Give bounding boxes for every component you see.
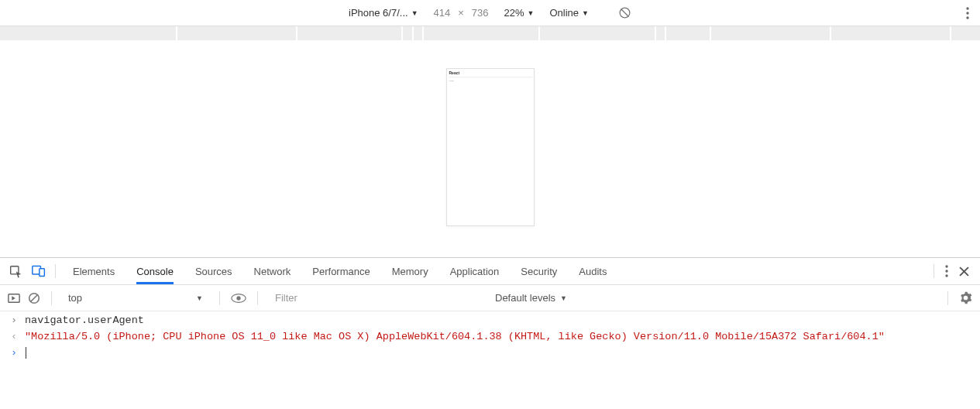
- gear-icon[interactable]: [959, 291, 972, 304]
- page-subtext: ......: [447, 77, 534, 83]
- toggle-device-icon[interactable]: [32, 265, 46, 277]
- device-height[interactable]: 736: [472, 7, 489, 19]
- more-menu-icon[interactable]: [966, 0, 969, 26]
- svg-point-3: [966, 12, 968, 14]
- chevron-down-icon: ▼: [560, 294, 567, 302]
- log-levels-value: Default levels: [495, 292, 555, 304]
- ruler-segment[interactable]: [540, 26, 655, 40]
- dimension-separator: ×: [458, 7, 464, 19]
- output-marker-icon: ‹: [8, 331, 17, 342]
- console-prompt-input[interactable]: [25, 347, 972, 359]
- device-name: iPhone 6/7/...: [349, 7, 408, 19]
- console-prompt-row[interactable]: ›: [0, 344, 980, 360]
- ruler-segment[interactable]: [414, 26, 422, 40]
- tab-console[interactable]: Console: [136, 259, 174, 284]
- chevron-down-icon: ▼: [582, 9, 589, 17]
- device-selector[interactable]: iPhone 6/7/... ▼: [349, 7, 418, 19]
- inspect-element-icon[interactable]: [9, 265, 22, 278]
- filter-input[interactable]: [269, 289, 486, 308]
- throttling-selector[interactable]: Online ▼: [550, 7, 590, 19]
- clear-console-icon[interactable]: [28, 292, 40, 304]
- svg-point-4: [966, 16, 968, 19]
- svg-rect-7: [40, 269, 45, 277]
- input-marker-icon: ›: [8, 314, 17, 326]
- device-frame[interactable]: React ......: [446, 68, 535, 226]
- svg-point-10: [945, 274, 947, 277]
- chevron-down-icon: ▼: [196, 294, 203, 302]
- prompt-marker-icon: ›: [8, 347, 17, 359]
- page-title: React: [447, 69, 534, 77]
- console-body[interactable]: › navigator.userAgent ‹ "Mozilla/5.0 (iP…: [0, 311, 980, 409]
- console-output-text: "Mozilla/5.0 (iPhone; CPU iPhone OS 11_0…: [25, 331, 972, 342]
- devtools-tabs-bar: ElementsConsoleSourcesNetworkPerformance…: [0, 257, 980, 285]
- live-expressions-icon[interactable]: [231, 293, 246, 304]
- svg-point-18: [236, 296, 240, 300]
- rotate-icon[interactable]: [618, 6, 631, 19]
- device-dimensions: 414 × 736: [434, 7, 489, 19]
- ruler-segment[interactable]: [656, 26, 665, 40]
- ruler-segment[interactable]: [424, 26, 538, 40]
- zoom-value: 22%: [504, 7, 524, 19]
- ruler-segment[interactable]: [177, 26, 296, 40]
- responsive-ruler: [0, 26, 980, 40]
- tab-network[interactable]: Network: [254, 259, 291, 284]
- ruler-segment[interactable]: [0, 26, 176, 40]
- console-toolbar: top ▼ Default levels ▼: [0, 285, 980, 311]
- ruler-segment[interactable]: [951, 26, 980, 40]
- svg-marker-14: [12, 296, 15, 300]
- execution-context-selector[interactable]: top ▼: [63, 289, 208, 308]
- ruler-segment[interactable]: [297, 26, 401, 40]
- console-input-text: navigator.userAgent: [25, 314, 972, 326]
- svg-point-9: [945, 270, 947, 272]
- tab-security[interactable]: Security: [521, 259, 557, 284]
- device-width[interactable]: 414: [434, 7, 451, 19]
- more-menu-icon[interactable]: [945, 265, 948, 277]
- execution-context-value: top: [68, 292, 82, 304]
- devtools-tabs: ElementsConsoleSourcesNetworkPerformance…: [56, 259, 934, 284]
- tab-performance[interactable]: Performance: [312, 259, 370, 284]
- chevron-down-icon: ▼: [528, 9, 535, 17]
- tab-memory[interactable]: Memory: [392, 259, 428, 284]
- tab-sources[interactable]: Sources: [195, 259, 232, 284]
- close-icon[interactable]: [959, 266, 969, 277]
- ruler-segment[interactable]: [711, 26, 830, 40]
- tab-elements[interactable]: Elements: [73, 259, 115, 284]
- throttling-value: Online: [550, 7, 579, 19]
- console-output-row: ‹ "Mozilla/5.0 (iPhone; CPU iPhone OS 11…: [0, 328, 980, 344]
- ruler-segment[interactable]: [831, 26, 950, 40]
- tab-audits[interactable]: Audits: [579, 259, 607, 284]
- svg-point-2: [966, 7, 968, 9]
- log-levels-selector[interactable]: Default levels ▼: [495, 292, 567, 304]
- ruler-segment[interactable]: [403, 26, 411, 40]
- svg-line-1: [621, 9, 629, 17]
- ruler-segment[interactable]: [666, 26, 710, 40]
- device-toolbar: iPhone 6/7/... ▼ 414 × 736 22% ▼ Online …: [0, 0, 980, 26]
- zoom-selector[interactable]: 22% ▼: [504, 7, 535, 19]
- tab-application[interactable]: Application: [450, 259, 500, 284]
- console-sidebar-toggle-icon[interactable]: [8, 293, 20, 304]
- chevron-down-icon: ▼: [411, 9, 418, 17]
- svg-point-8: [945, 265, 947, 267]
- device-viewport-area: React ......: [0, 40, 980, 257]
- console-input-row: › navigator.userAgent: [0, 311, 980, 328]
- svg-line-16: [31, 294, 38, 301]
